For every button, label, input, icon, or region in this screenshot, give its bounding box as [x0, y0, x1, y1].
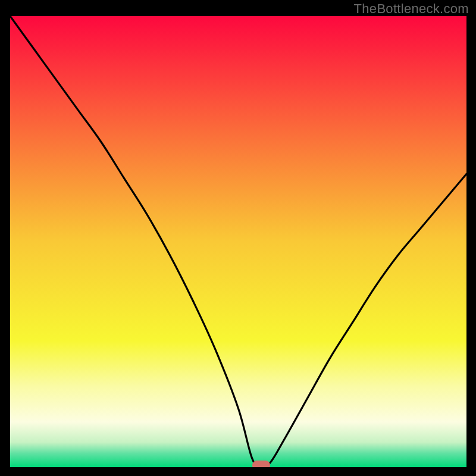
bottleneck-curve: [10, 16, 466, 467]
optimal-marker: [252, 461, 270, 467]
watermark-label: TheBottleneck.com: [354, 1, 469, 17]
plot-area: [10, 16, 466, 467]
chart-frame: TheBottleneck.com: [0, 0, 476, 476]
